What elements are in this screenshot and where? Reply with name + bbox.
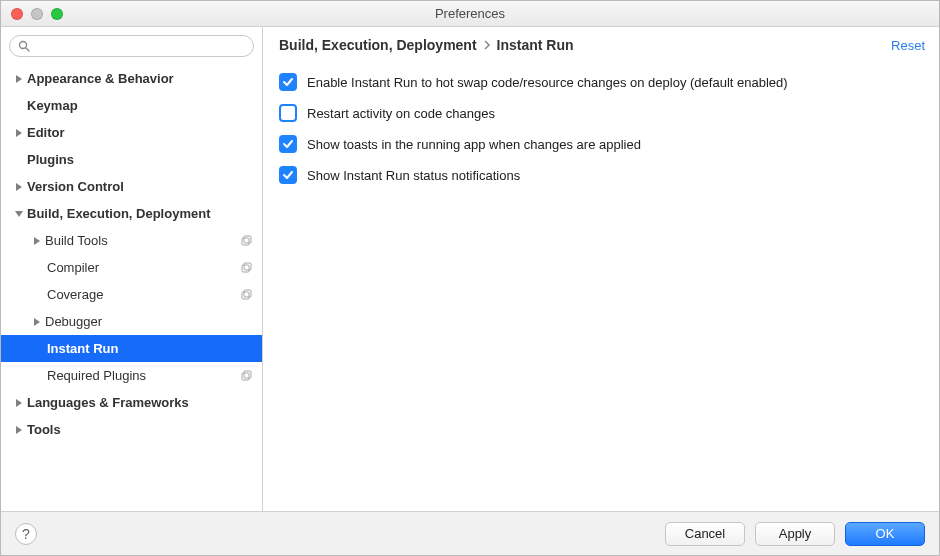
- breadcrumb: Build, Execution, Deployment Instant Run…: [263, 27, 939, 63]
- svg-marker-5: [15, 211, 23, 217]
- spacer-icon: [11, 100, 27, 112]
- sidebar-item-required-plugins[interactable]: Required Plugins: [1, 362, 262, 389]
- option-status-notifications[interactable]: Show Instant Run status notifications: [279, 160, 923, 191]
- project-scope-icon: [241, 370, 256, 381]
- svg-marker-4: [16, 183, 22, 191]
- project-scope-icon: [241, 235, 256, 246]
- svg-rect-12: [244, 290, 251, 297]
- svg-rect-15: [244, 371, 251, 378]
- chevron-down-icon: [11, 208, 27, 220]
- sidebar-item-compiler[interactable]: Compiler: [1, 254, 262, 281]
- bottom-bar: ? Cancel Apply OK: [1, 511, 939, 555]
- option-label: Restart activity on code changes: [307, 104, 495, 123]
- checkbox-checked-icon[interactable]: [279, 166, 297, 184]
- svg-marker-2: [16, 75, 22, 83]
- sidebar: Appearance & Behavior Keymap Editor Plug…: [1, 27, 263, 511]
- search-box[interactable]: [9, 35, 254, 57]
- svg-rect-8: [244, 236, 251, 243]
- option-label: Show toasts in the running app when chan…: [307, 135, 641, 154]
- sidebar-item-label: Build, Execution, Deployment: [27, 206, 256, 221]
- svg-rect-7: [242, 238, 249, 245]
- sidebar-item-label: Debugger: [45, 314, 256, 329]
- svg-point-0: [20, 42, 27, 49]
- settings-tree: Appearance & Behavior Keymap Editor Plug…: [1, 63, 262, 511]
- chevron-right-icon: [477, 40, 497, 50]
- option-restart-activity[interactable]: Restart activity on code changes: [279, 98, 923, 129]
- chevron-right-icon: [29, 316, 45, 328]
- project-scope-icon: [241, 289, 256, 300]
- chevron-right-icon: [11, 424, 27, 436]
- checkbox-unchecked-icon[interactable]: [279, 104, 297, 122]
- chevron-right-icon: [11, 397, 27, 409]
- titlebar: Preferences: [1, 1, 939, 27]
- chevron-right-icon: [11, 73, 27, 85]
- svg-rect-11: [242, 292, 249, 299]
- sidebar-item-debugger[interactable]: Debugger: [1, 308, 262, 335]
- window-title: Preferences: [1, 6, 939, 21]
- sidebar-item-label: Required Plugins: [47, 368, 241, 383]
- sidebar-item-coverage[interactable]: Coverage: [1, 281, 262, 308]
- sidebar-item-version-control[interactable]: Version Control: [1, 173, 262, 200]
- sidebar-item-keymap[interactable]: Keymap: [1, 92, 262, 119]
- option-enable-instant-run[interactable]: Enable Instant Run to hot swap code/reso…: [279, 67, 923, 98]
- svg-rect-14: [242, 373, 249, 380]
- sidebar-item-label: Plugins: [27, 152, 256, 167]
- help-button[interactable]: ?: [15, 523, 37, 545]
- sidebar-item-label: Instant Run: [47, 341, 256, 356]
- help-icon: ?: [22, 526, 30, 542]
- chevron-right-icon: [11, 127, 27, 139]
- sidebar-item-appearance-behavior[interactable]: Appearance & Behavior: [1, 65, 262, 92]
- chevron-right-icon: [29, 235, 45, 247]
- svg-marker-17: [16, 426, 22, 434]
- svg-rect-10: [244, 263, 251, 270]
- search-input[interactable]: [34, 39, 245, 54]
- sidebar-item-label: Appearance & Behavior: [27, 71, 256, 86]
- breadcrumb-leaf: Instant Run: [497, 37, 574, 53]
- content-panel: Build, Execution, Deployment Instant Run…: [263, 27, 939, 511]
- svg-marker-16: [16, 399, 22, 407]
- sidebar-item-build-tools[interactable]: Build Tools: [1, 227, 262, 254]
- sidebar-item-instant-run[interactable]: Instant Run: [1, 335, 262, 362]
- svg-marker-13: [34, 318, 40, 326]
- sidebar-item-label: Editor: [27, 125, 256, 140]
- svg-rect-9: [242, 265, 249, 272]
- checkbox-checked-icon[interactable]: [279, 73, 297, 91]
- options-list: Enable Instant Run to hot swap code/reso…: [263, 63, 939, 195]
- sidebar-item-label: Version Control: [27, 179, 256, 194]
- reset-link[interactable]: Reset: [891, 38, 925, 53]
- breadcrumb-root[interactable]: Build, Execution, Deployment: [279, 37, 477, 53]
- option-label: Enable Instant Run to hot swap code/reso…: [307, 73, 788, 92]
- option-show-toasts[interactable]: Show toasts in the running app when chan…: [279, 129, 923, 160]
- sidebar-item-build-execution-deployment[interactable]: Build, Execution, Deployment: [1, 200, 262, 227]
- sidebar-item-languages-frameworks[interactable]: Languages & Frameworks: [1, 389, 262, 416]
- sidebar-item-label: Compiler: [47, 260, 241, 275]
- sidebar-item-plugins[interactable]: Plugins: [1, 146, 262, 173]
- ok-button[interactable]: OK: [845, 522, 925, 546]
- sidebar-item-label: Languages & Frameworks: [27, 395, 256, 410]
- svg-marker-6: [34, 237, 40, 245]
- sidebar-item-label: Build Tools: [45, 233, 241, 248]
- spacer-icon: [11, 154, 27, 166]
- svg-marker-3: [16, 129, 22, 137]
- project-scope-icon: [241, 262, 256, 273]
- cancel-button[interactable]: Cancel: [665, 522, 745, 546]
- search-icon: [18, 40, 30, 52]
- sidebar-item-editor[interactable]: Editor: [1, 119, 262, 146]
- sidebar-item-label: Coverage: [47, 287, 241, 302]
- sidebar-item-tools[interactable]: Tools: [1, 416, 262, 443]
- sidebar-item-label: Tools: [27, 422, 256, 437]
- apply-button[interactable]: Apply: [755, 522, 835, 546]
- sidebar-item-label: Keymap: [27, 98, 256, 113]
- option-label: Show Instant Run status notifications: [307, 166, 520, 185]
- chevron-right-icon: [11, 181, 27, 193]
- svg-line-1: [26, 48, 29, 51]
- checkbox-checked-icon[interactable]: [279, 135, 297, 153]
